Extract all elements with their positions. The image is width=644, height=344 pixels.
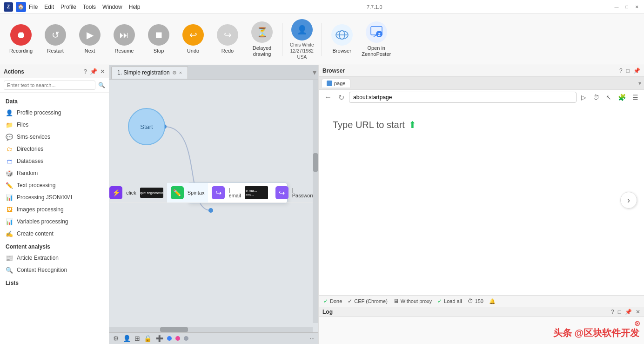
menu-file[interactable]: File — [29, 4, 38, 10]
restart-button[interactable]: ↺ Restart — [39, 22, 72, 56]
play-icon[interactable]: ▷ — [579, 93, 588, 102]
actions-pin-icon[interactable]: 📌 — [90, 68, 97, 75]
browser-pin-icon[interactable]: 📌 — [633, 67, 640, 74]
open-zennoposter-icon: Z — [366, 21, 387, 43]
add-icon[interactable]: ➕ — [155, 335, 163, 342]
delayed-drawing-button[interactable]: ⏳ Delayed drawing — [246, 20, 278, 59]
action-item-text-processing[interactable]: ✏️ Text processing — [0, 179, 109, 191]
url-input[interactable] — [349, 92, 577, 103]
action-item-variables-processing[interactable]: 📊 Variables processing — [0, 216, 109, 228]
json-xml-label: Processing JSON/XML — [17, 194, 74, 201]
log-maximize-icon[interactable]: □ — [618, 309, 621, 315]
nav-dot-2[interactable] — [175, 336, 180, 341]
action-item-processing-json-xml[interactable]: 📊 Processing JSON/XML — [0, 191, 109, 203]
current-profile-button[interactable]: 👤 Chris White 12/27/1982 USA — [286, 17, 318, 62]
nav-dot-1[interactable] — [167, 336, 172, 341]
editor-tabs-dropdown[interactable]: ▾ — [313, 68, 316, 77]
action-item-databases[interactable]: 🗃 Databases — [0, 155, 109, 167]
clock-icon[interactable]: ⏱ — [591, 93, 601, 102]
canvas-scroll-horizontal[interactable] — [109, 327, 313, 332]
log-close-icon[interactable]: ✕ — [636, 309, 640, 315]
text-processing-icon: ✏️ — [6, 182, 13, 189]
nav-dot-3[interactable] — [184, 336, 188, 341]
extension-icon[interactable]: 🧩 — [616, 93, 628, 102]
action-item-article-extraction[interactable]: 📰 Article Extraction — [0, 252, 109, 264]
tab-page-label: page — [334, 81, 345, 86]
email-text: | email — [228, 187, 241, 198]
count-text: 150 — [475, 298, 483, 304]
menu-tools[interactable]: Tools — [83, 4, 96, 10]
spintax-text: Spintax — [188, 190, 205, 196]
refresh-button[interactable]: ↻ — [336, 92, 346, 103]
restart-label: Restart — [47, 48, 63, 54]
profile-processing-label: Profile processing — [17, 109, 61, 116]
grid-icon[interactable]: ⊞ — [134, 335, 140, 342]
menu-profile[interactable]: Profile — [60, 4, 76, 10]
scroll-thumb-v[interactable] — [313, 153, 318, 172]
log-help-icon[interactable]: ? — [611, 309, 614, 315]
scroll-thumb-h[interactable] — [160, 327, 188, 332]
redo-button[interactable]: ↪ Redo — [211, 22, 244, 56]
user-icon[interactable]: 👤 — [123, 335, 131, 342]
action-item-random[interactable]: 🎲 Random — [0, 167, 109, 179]
tab-close-icon[interactable]: × — [179, 70, 182, 75]
menu-help[interactable]: Help — [129, 4, 141, 10]
menu-window[interactable]: Window — [102, 4, 122, 10]
action-item-profile-processing[interactable]: 👤 Profile processing — [0, 107, 109, 119]
actions-help-icon[interactable]: ? — [84, 68, 87, 75]
load-text: Load all — [444, 298, 462, 304]
timer-icon: ⏱ — [468, 298, 473, 304]
log-close-circle[interactable]: ⊗ — [634, 319, 640, 328]
search-input[interactable] — [4, 81, 95, 90]
flow-area: Start 🍪 Clear cookies 🌐 http://lessons.z… — [109, 80, 318, 332]
action-item-files[interactable]: 📁 Files — [0, 119, 109, 131]
files-label: Files — [17, 121, 28, 128]
resume-button[interactable]: ⏭ Resume — [108, 22, 141, 56]
start-node[interactable]: Start — [128, 108, 165, 145]
home-icon[interactable]: 🏠 — [16, 2, 26, 12]
chevron-right-button[interactable]: › — [620, 192, 637, 209]
browser-help-icon[interactable]: ? — [619, 67, 623, 74]
actions-close-icon[interactable]: ✕ — [100, 68, 105, 75]
canvas-scroll-vertical[interactable] — [313, 80, 318, 323]
browser-title: Browser — [322, 67, 619, 74]
log-pin-icon[interactable]: 📌 — [625, 309, 632, 315]
json-xml-icon: 📊 — [6, 194, 13, 201]
action-item-directories[interactable]: 🗂 Directories — [0, 143, 109, 155]
status-proxy: 🖥 Without proxy — [393, 298, 432, 304]
browser-maximize-icon[interactable]: □ — [626, 67, 630, 74]
app-version: 7.7.1.0 — [367, 4, 382, 10]
action-row-spintax[interactable]: ✏️ Spintax — [167, 183, 208, 203]
next-button[interactable]: ▶ Next — [74, 22, 106, 56]
action-item-create-content[interactable]: ✍️ Create content — [0, 228, 109, 240]
favicon — [327, 81, 332, 86]
browser-status-bar: ✓ Done ✓ CEF (Chrome) 🖥 Without proxy ✓ … — [319, 295, 644, 307]
back-button[interactable]: ← — [322, 92, 334, 102]
maximize-button[interactable]: □ — [624, 4, 630, 10]
browser-tabs-dropdown[interactable]: ▾ — [638, 80, 641, 87]
action-item-sms-services[interactable]: 💬 Sms-services — [0, 131, 109, 143]
action-row-email[interactable]: ↪ | email e-ma...em... — [208, 183, 271, 203]
more-options[interactable]: ··· — [310, 335, 315, 342]
undo-button[interactable]: ↩ Undo — [177, 22, 209, 56]
menu-icon[interactable]: ☰ — [631, 93, 640, 102]
cursor-icon[interactable]: ↖ — [604, 93, 613, 102]
tab-settings-icon[interactable]: ⚙ — [172, 70, 177, 76]
tab-simple-registration[interactable]: 1. Simple registration ⚙ × — [111, 66, 188, 79]
action-item-context-recognition[interactable]: 🔍 Context Recognition — [0, 264, 109, 276]
action-item-images-processing[interactable]: 🖼 Images processing — [0, 203, 109, 216]
open-in-zennoposter-button[interactable]: Z Open in ZennoPoster — [360, 20, 393, 59]
action-row-password-1[interactable]: ↪ | Password ... — [272, 183, 318, 203]
settings-icon[interactable]: ⚙ — [113, 335, 119, 342]
lock-icon[interactable]: 🔒 — [144, 335, 152, 342]
action-row-click-1[interactable]: ⚡ click iple registratio — [109, 183, 167, 203]
menu-edit[interactable]: Edit — [44, 4, 54, 10]
recording-button[interactable]: ⏺ Recording — [5, 22, 37, 56]
stop-button[interactable]: ⏹ Stop — [142, 22, 175, 56]
close-button[interactable]: ✕ — [634, 4, 640, 10]
restart-icon: ↺ — [45, 24, 66, 46]
editor-canvas[interactable]: Start 🍪 Clear cookies 🌐 http://lessons.z… — [109, 80, 318, 332]
browser-button[interactable]: Browser — [326, 22, 358, 56]
browser-tab-page[interactable]: page — [322, 79, 350, 88]
minimize-button[interactable]: — — [613, 4, 620, 10]
